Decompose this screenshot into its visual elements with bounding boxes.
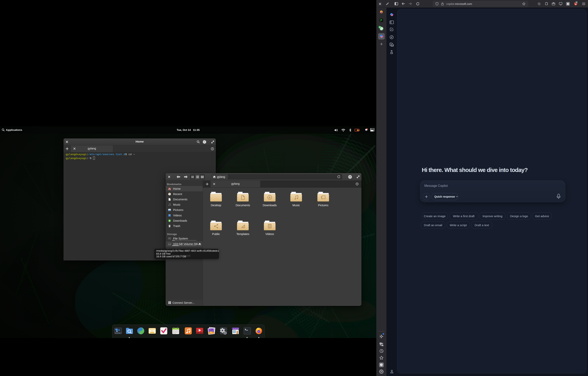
svg-text:$: $ [245, 328, 246, 331]
